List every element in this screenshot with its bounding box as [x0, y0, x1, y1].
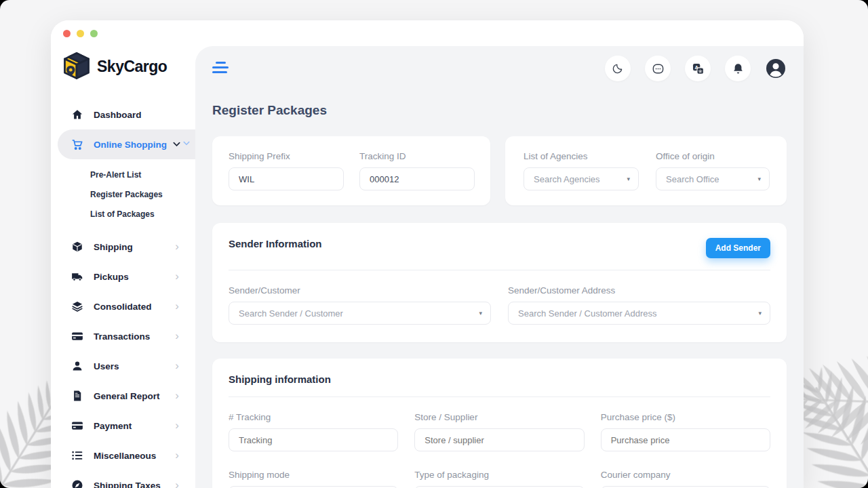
chevron-down-icon	[173, 142, 180, 147]
sidebar-item-label: Consolidated	[94, 302, 152, 312]
packaging-type-field: Type of packaging Search packaging ▾	[414, 470, 584, 488]
field-label: Office of origin	[656, 151, 770, 161]
office-select[interactable]: Search Office ▾	[656, 167, 770, 190]
window-maximize-button[interactable]	[90, 30, 98, 37]
sidebar-item-label: Users	[94, 361, 119, 371]
messages-button[interactable]	[645, 56, 671, 81]
notifications-button[interactable]	[725, 56, 751, 81]
app-window: SkyCargo Dashboard	[51, 20, 804, 488]
avatar-icon	[765, 58, 787, 79]
chevron-right-icon: ›	[175, 479, 179, 488]
divider	[229, 396, 770, 397]
agencies-select[interactable]: Search Agencies ▾	[524, 167, 639, 190]
cart-icon	[71, 138, 83, 150]
window-minimize-button[interactable]	[77, 30, 84, 37]
sidebar-item-shipping-taxes[interactable]: Shipping Taxes ›	[51, 470, 195, 488]
sidebar-subitem-pre-alert-list[interactable]: Pre-Alert List	[51, 165, 195, 184]
sidebar-item-online-shopping[interactable]: Online Shopping	[58, 129, 195, 159]
desktop-background: SkyCargo Dashboard	[0, 0, 868, 488]
sidebar-item-dashboard[interactable]: Dashboard	[51, 100, 195, 129]
sidebar-item-label: General Report	[94, 391, 160, 401]
tracking-prefix-card: Shipping Prefix Tracking ID	[212, 136, 490, 205]
shipping-mode-field: Shipping mode Search Shipping Mode ▾	[229, 470, 398, 488]
list-icon	[71, 449, 83, 462]
sidebar-item-transactions[interactable]: Transactions ›	[51, 321, 195, 351]
sidebar-item-general-report[interactable]: General Report ›	[51, 381, 195, 411]
caret-down-icon: ▾	[627, 176, 630, 182]
tracking-field: # Tracking	[229, 412, 398, 451]
sidebar-item-payment[interactable]: Payment ›	[51, 411, 195, 441]
chevron-right-icon: ›	[175, 389, 179, 403]
brand-logo[interactable]: SkyCargo	[51, 46, 195, 83]
office-field: Office of origin Search Office ▾	[656, 151, 770, 190]
agencies-field: List of Agencies Search Agencies ▾	[524, 151, 639, 190]
tracking-id-input[interactable]	[359, 167, 475, 190]
chevron-right-icon: ›	[175, 240, 179, 253]
select-placeholder: Search Sender / Customer	[239, 308, 343, 319]
sidebar-item-label: Miscellaneous	[94, 451, 156, 461]
select-placeholder: Search Sender / Customer Address	[518, 308, 657, 319]
user-icon	[71, 360, 83, 372]
store-supplier-field: Store / Supplier	[414, 412, 584, 451]
menu-toggle-button[interactable]	[212, 62, 229, 76]
purchase-price-field: Purchase price ($)	[601, 412, 770, 451]
field-label: Sender/Customer	[229, 285, 491, 296]
sidebar-item-pickups[interactable]: Pickups ›	[51, 262, 195, 291]
credit-card-icon	[71, 330, 83, 342]
window-close-button[interactable]	[63, 30, 71, 37]
main-content: A	[195, 46, 804, 488]
sender-customer-select[interactable]: Search Sender / Customer ▾	[229, 302, 491, 325]
translate-button[interactable]: A	[685, 56, 711, 81]
store-supplier-input[interactable]	[414, 428, 584, 451]
sidebar-subitem-label: List of Packages	[90, 209, 155, 219]
sidebar-item-consolidated[interactable]: Consolidated ›	[51, 291, 195, 321]
online-shopping-submenu: Pre-Alert List Register Packages List of…	[51, 165, 195, 224]
home-icon	[71, 108, 83, 121]
select-placeholder: Search Agencies	[534, 174, 600, 184]
sidebar-item-label: Pickups	[94, 272, 129, 282]
sidebar-subitem-label: Pre-Alert List	[90, 170, 141, 180]
field-label: Shipping mode	[229, 470, 398, 480]
translate-icon: A	[692, 62, 705, 75]
user-avatar[interactable]	[765, 58, 787, 79]
brand-name: SkyCargo	[97, 58, 167, 76]
field-label: Sender/Customer Address	[508, 285, 770, 296]
sidebar-item-label: Shipping Taxes	[94, 481, 161, 488]
section-title: Sender Information	[229, 238, 322, 249]
field-label: Type of packaging	[414, 470, 584, 480]
add-sender-button[interactable]: Add Sender	[706, 238, 770, 258]
sidebar-menu: Dashboard Online Shopping	[51, 83, 195, 488]
field-label: Tracking ID	[359, 151, 475, 161]
caret-down-icon: ▾	[757, 176, 761, 182]
sidebar-subitem-list-of-packages[interactable]: List of Packages	[51, 204, 195, 224]
chevron-right-icon: ›	[175, 359, 179, 373]
sidebar-item-shipping[interactable]: Shipping ›	[51, 232, 195, 262]
sidebar-item-users[interactable]: Users ›	[51, 351, 195, 381]
truck-icon	[71, 270, 83, 283]
caret-down-icon: ▾	[758, 310, 762, 317]
dark-mode-button[interactable]	[605, 56, 631, 81]
sidebar-item-label: Online Shopping	[94, 140, 167, 150]
tracking-input[interactable]	[229, 428, 398, 451]
sidebar-item-miscellaneous[interactable]: Miscellaneous ›	[51, 441, 195, 470]
payment-card-icon	[71, 420, 83, 432]
sender-customer-address-select[interactable]: Search Sender / Customer Address ▾	[508, 302, 770, 325]
courier-company-field: Courier company Search company ▾	[601, 470, 770, 488]
field-label: Store / Supplier	[414, 412, 584, 422]
sender-customer-field: Sender/Customer Search Sender / Customer…	[229, 285, 491, 325]
topbar: A	[212, 46, 787, 85]
chat-icon	[652, 62, 665, 75]
top-cards-row: Shipping Prefix Tracking ID List of Agen…	[212, 136, 787, 205]
chevron-right-icon: ›	[175, 300, 179, 313]
field-label: List of Agencies	[524, 151, 639, 161]
divider	[229, 270, 770, 270]
screenshot-root: SkyCargo Dashboard	[0, 0, 868, 488]
purchase-price-input[interactable]	[601, 428, 770, 451]
sidebar-item-label: Shipping	[94, 242, 133, 252]
sidebar-subitem-register-packages[interactable]: Register Packages	[51, 184, 195, 204]
agency-office-card: List of Agencies Search Agencies ▾ Offic…	[505, 136, 787, 205]
sidebar: SkyCargo Dashboard	[51, 46, 195, 488]
shipping-prefix-input[interactable]	[229, 167, 344, 190]
sender-information-card: Sender Information Add Sender Sender/Cus…	[212, 223, 787, 342]
bell-icon	[732, 62, 745, 75]
